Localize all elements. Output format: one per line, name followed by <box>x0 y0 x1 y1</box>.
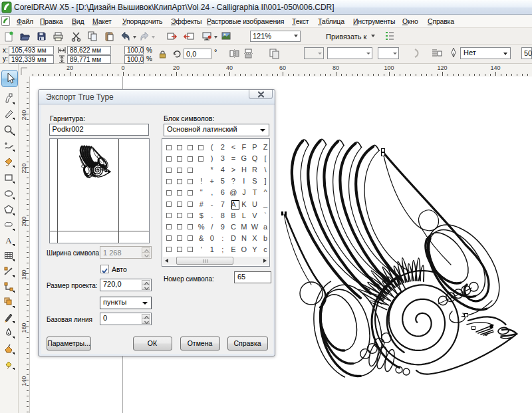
svg-text:A: A <box>5 235 12 245</box>
